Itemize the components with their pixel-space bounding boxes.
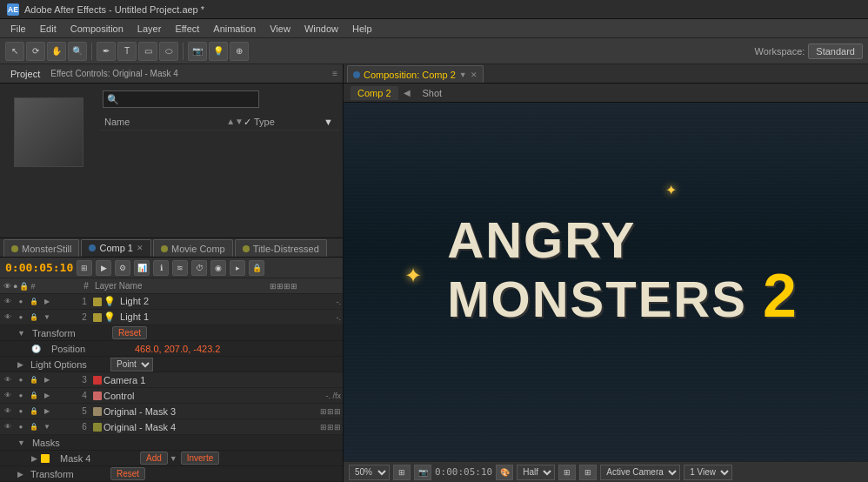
mask4-expand-icon[interactable]: ▶ [31,454,37,463]
tab-comp1[interactable]: Comp 1 ✕ [81,239,151,257]
viewer-tab-comp2[interactable]: Comp 2 [351,86,398,100]
layer-5-solo[interactable]: ● [15,405,27,418]
menu-edit[interactable]: Edit [33,22,63,36]
mask-add-btn[interactable]: Add [140,452,168,465]
layer-5-expand[interactable]: ▶ [41,405,53,418]
layer-3-eye[interactable]: 👁 [2,374,14,386]
layer-3-color [93,376,102,385]
layer-row-3[interactable]: 👁 ● 🔒 ▶ 3 Camera 1 [0,372,343,388]
tool-anchor[interactable]: ⊕ [230,42,249,61]
project-search-input[interactable] [103,90,259,108]
tool-pen[interactable]: ✒ [97,42,116,61]
tl-btn-live[interactable]: ⏱ [191,260,207,276]
layer-row-4[interactable]: 👁 ● 🔒 ▶ 4 Control -. /fx [0,388,343,404]
transform-6-reset-btn[interactable]: Reset [110,467,145,480]
mask-add-arrow[interactable]: ▼ [170,454,177,463]
layer-6-eye[interactable]: 👁 [2,421,14,433]
layer-4-solo[interactable]: ● [15,390,27,402]
tool-hand[interactable]: ✋ [47,42,66,61]
sub-expand-icon[interactable]: ▼ [17,329,25,338]
layer-2-lock[interactable]: 🔒 [28,311,40,324]
tool-light[interactable]: 💡 [209,42,228,61]
layer-3-solo[interactable]: ● [15,374,27,386]
ctrl-grid-btn[interactable]: ⊞ [558,465,576,480]
layer-4-expand[interactable]: ▶ [41,390,53,402]
tool-shape-ellipse[interactable]: ⬭ [159,42,178,61]
masks-label: Masks [25,438,112,448]
menu-file[interactable]: File [3,22,33,36]
tab-project[interactable]: Project [5,67,45,81]
tl-btn-graph[interactable]: 📊 [134,260,150,276]
panel-menu-btn[interactable]: ≡ [332,69,337,78]
tab-effect-controls[interactable]: Effect Controls: Original - Mask 4 [45,67,184,80]
layer-4-lock[interactable]: 🔒 [28,390,40,402]
layer-1-lock[interactable]: 🔒 [28,296,40,308]
menu-effect[interactable]: Effect [168,22,206,36]
tl-btn-draft[interactable]: ◉ [210,260,226,276]
transform-reset-btn[interactable]: Reset [112,326,147,339]
layer-1-solo[interactable]: ● [15,296,27,308]
menu-composition[interactable]: Composition [63,22,130,36]
masks-expand-icon[interactable]: ▼ [17,438,25,447]
tl-btn-info[interactable]: ℹ [153,260,169,276]
view-count-select[interactable]: 1 View [684,465,732,480]
layer-row-1[interactable]: 👁 ● 🔒 ▶ 1 💡 Light 2 -. [0,294,343,310]
tab-monsterstill[interactable]: MonsterStill [3,239,79,257]
view-select[interactable]: Active Camera [600,465,680,480]
ctrl-more-btn[interactable]: ⊞ [579,465,597,480]
tl-btn-compose[interactable]: ⊞ [77,260,92,276]
layer-row-6[interactable]: 👁 ● 🔒 ▼ 6 Original - Mask 4 ⊞⊞⊞ [0,419,343,435]
layer-1-expand[interactable]: ▶ [41,296,53,308]
tool-zoom[interactable]: 🔍 [68,42,87,61]
layer-6-expand[interactable]: ▼ [41,421,53,433]
menu-window[interactable]: Window [297,22,345,36]
workspace-button[interactable]: Standard [808,44,863,59]
ctrl-snapshot-btn[interactable]: 📷 [414,465,431,480]
viewer-tab-shot[interactable]: Shot [416,86,450,100]
tab-movie-comp[interactable]: Movie Comp [153,239,233,257]
zoom-select[interactable]: 50% [349,465,390,480]
layer-2-solo[interactable]: ● [15,311,27,324]
layer-6-lock[interactable]: 🔒 [28,421,40,433]
tab-close-comp1[interactable]: ✕ [137,244,144,252]
tl-btn-more[interactable]: ▸ [230,260,245,276]
tab-title-distressed[interactable]: Title-Distressed [235,239,327,257]
transform-6-expand-icon[interactable]: ▶ [17,470,23,479]
tl-btn-lock[interactable]: 🔒 [249,260,264,276]
viewer-comp-close[interactable]: ✕ [471,70,477,79]
mask-invert-btn[interactable]: Inverte [181,452,220,465]
ctrl-color-btn[interactable]: 🎨 [496,465,513,480]
tool-select[interactable]: ↖ [5,42,24,61]
layer-row-5[interactable]: 👁 ● 🔒 ▶ 5 Original - Mask 3 ⊞⊞⊞ [0,404,343,419]
layer-4-eye[interactable]: 👁 [2,390,14,402]
menu-help[interactable]: Help [345,22,379,36]
layer-6-solo[interactable]: ● [15,421,27,433]
layer-5-lock[interactable]: 🔒 [28,405,40,418]
light-expand-icon[interactable]: ▶ [17,360,23,369]
layer-2-expand[interactable]: ▼ [41,311,53,324]
menu-view[interactable]: View [263,22,297,36]
tool-shape-rect[interactable]: ▭ [138,42,157,61]
tool-rotate[interactable]: ⟳ [26,42,45,61]
tl-btn-render[interactable]: ▶ [96,260,111,276]
quality-select[interactable]: Half [517,465,555,480]
layer-2-eye[interactable]: 👁 [2,311,14,324]
ctrl-fit-btn[interactable]: ⊞ [393,465,411,480]
viewer-comp-tab[interactable]: Composition: Comp 2 ▼ ✕ [347,65,484,83]
lh-switches: ⊞⊞⊞⊞ [270,282,297,291]
layer-row-2[interactable]: 👁 ● 🔒 ▼ 2 💡 Light 1 -. [0,310,343,325]
menu-animation[interactable]: Animation [206,22,263,36]
light-type-select[interactable]: Point [110,358,153,372]
layer-3-expand[interactable]: ▶ [41,374,53,386]
layer-5-eye[interactable]: 👁 [2,405,14,418]
layer-1-eye[interactable]: 👁 [2,296,14,308]
project-preview [14,97,83,167]
tool-text[interactable]: T [117,42,137,61]
tl-btn-motion[interactable]: ≋ [172,260,188,276]
separator-1 [91,43,92,60]
tool-camera[interactable]: 📷 [188,42,207,61]
tl-btn-flow[interactable]: ⚙ [115,260,130,276]
menu-layer[interactable]: Layer [130,22,169,36]
viewer-comp-expand[interactable]: ▼ [459,70,467,79]
layer-3-lock[interactable]: 🔒 [28,374,40,386]
